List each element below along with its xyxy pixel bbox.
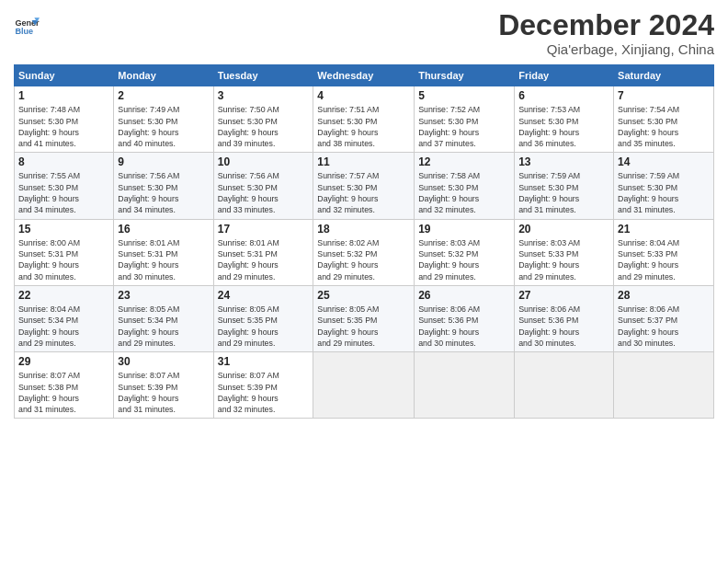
- day-info: Sunrise: 8:05 AM Sunset: 5:34 PM Dayligh…: [118, 304, 209, 349]
- table-cell: 11Sunrise: 7:57 AM Sunset: 5:30 PM Dayli…: [313, 153, 415, 219]
- day-info: Sunrise: 7:55 AM Sunset: 5:30 PM Dayligh…: [18, 170, 109, 215]
- table-cell: 31Sunrise: 8:07 AM Sunset: 5:39 PM Dayli…: [213, 352, 313, 419]
- day-number: 28: [618, 289, 710, 302]
- day-info: Sunrise: 8:03 AM Sunset: 5:33 PM Dayligh…: [518, 237, 609, 282]
- table-cell: 19Sunrise: 8:03 AM Sunset: 5:32 PM Dayli…: [415, 219, 515, 285]
- day-info: Sunrise: 8:06 AM Sunset: 5:36 PM Dayligh…: [418, 304, 510, 349]
- day-number: 9: [118, 155, 209, 168]
- day-info: Sunrise: 8:06 AM Sunset: 5:36 PM Dayligh…: [518, 304, 609, 349]
- logo-icon: General Blue: [14, 14, 40, 40]
- table-cell: [415, 352, 515, 419]
- table-cell: 20Sunrise: 8:03 AM Sunset: 5:33 PM Dayli…: [515, 219, 614, 285]
- table-cell: 14Sunrise: 7:59 AM Sunset: 5:30 PM Dayli…: [614, 153, 714, 219]
- day-info: Sunrise: 7:59 AM Sunset: 5:30 PM Dayligh…: [518, 170, 609, 215]
- table-cell: 6Sunrise: 7:53 AM Sunset: 5:30 PM Daylig…: [515, 86, 614, 153]
- col-wednesday: Wednesday: [313, 65, 415, 86]
- table-cell: 22Sunrise: 8:04 AM Sunset: 5:34 PM Dayli…: [15, 285, 114, 351]
- col-monday: Monday: [114, 65, 213, 86]
- table-cell: 27Sunrise: 8:06 AM Sunset: 5:36 PM Dayli…: [515, 285, 614, 351]
- table-cell: 8Sunrise: 7:55 AM Sunset: 5:30 PM Daylig…: [15, 153, 114, 219]
- day-number: 29: [18, 355, 109, 368]
- col-friday: Friday: [515, 65, 614, 86]
- day-number: 8: [18, 155, 109, 168]
- table-cell: [614, 352, 714, 419]
- col-tuesday: Tuesday: [213, 65, 313, 86]
- table-cell: 23Sunrise: 8:05 AM Sunset: 5:34 PM Dayli…: [114, 285, 213, 351]
- day-info: Sunrise: 8:05 AM Sunset: 5:35 PM Dayligh…: [317, 304, 410, 349]
- table-cell: 24Sunrise: 8:05 AM Sunset: 5:35 PM Dayli…: [213, 285, 313, 351]
- svg-text:Blue: Blue: [15, 27, 33, 36]
- day-number: 31: [218, 355, 310, 368]
- day-number: 2: [118, 89, 209, 102]
- table-cell: 10Sunrise: 7:56 AM Sunset: 5:30 PM Dayli…: [213, 153, 313, 219]
- day-number: 11: [317, 155, 410, 168]
- day-info: Sunrise: 8:02 AM Sunset: 5:32 PM Dayligh…: [317, 237, 410, 282]
- day-info: Sunrise: 7:51 AM Sunset: 5:30 PM Dayligh…: [317, 104, 410, 149]
- day-number: 4: [317, 89, 410, 102]
- table-cell: 30Sunrise: 8:07 AM Sunset: 5:39 PM Dayli…: [114, 352, 213, 419]
- table-cell: 25Sunrise: 8:05 AM Sunset: 5:35 PM Dayli…: [313, 285, 415, 351]
- table-cell: 12Sunrise: 7:58 AM Sunset: 5:30 PM Dayli…: [415, 153, 515, 219]
- table-cell: 7Sunrise: 7:54 AM Sunset: 5:30 PM Daylig…: [614, 86, 714, 153]
- day-number: 7: [618, 89, 710, 102]
- day-info: Sunrise: 7:56 AM Sunset: 5:30 PM Dayligh…: [218, 170, 310, 215]
- col-thursday: Thursday: [415, 65, 515, 86]
- day-info: Sunrise: 7:49 AM Sunset: 5:30 PM Dayligh…: [118, 104, 209, 149]
- day-number: 30: [118, 355, 209, 368]
- day-info: Sunrise: 7:56 AM Sunset: 5:30 PM Dayligh…: [118, 170, 209, 215]
- day-number: 19: [418, 223, 510, 236]
- table-cell: 1Sunrise: 7:48 AM Sunset: 5:30 PM Daylig…: [15, 86, 114, 153]
- day-number: 21: [618, 223, 710, 236]
- table-cell: 5Sunrise: 7:52 AM Sunset: 5:30 PM Daylig…: [415, 86, 515, 153]
- calendar-header-row: Sunday Monday Tuesday Wednesday Thursday…: [15, 65, 714, 86]
- day-info: Sunrise: 7:50 AM Sunset: 5:30 PM Dayligh…: [218, 104, 310, 149]
- table-cell: [313, 352, 415, 419]
- day-info: Sunrise: 8:07 AM Sunset: 5:39 PM Dayligh…: [218, 370, 310, 415]
- table-cell: 29Sunrise: 8:07 AM Sunset: 5:38 PM Dayli…: [15, 352, 114, 419]
- week-row-3: 15Sunrise: 8:00 AM Sunset: 5:31 PM Dayli…: [15, 219, 714, 285]
- day-info: Sunrise: 8:06 AM Sunset: 5:37 PM Dayligh…: [618, 304, 710, 349]
- day-number: 14: [618, 155, 710, 168]
- table-cell: 15Sunrise: 8:00 AM Sunset: 5:31 PM Dayli…: [15, 219, 114, 285]
- day-info: Sunrise: 8:05 AM Sunset: 5:35 PM Dayligh…: [218, 304, 310, 349]
- header: General Blue December 2024 Qia'erbage, X…: [14, 9, 714, 57]
- day-number: 6: [518, 89, 609, 102]
- col-saturday: Saturday: [614, 65, 714, 86]
- title-block: December 2024 Qia'erbage, Xinjiang, Chin…: [498, 9, 714, 57]
- day-info: Sunrise: 7:48 AM Sunset: 5:30 PM Dayligh…: [18, 104, 109, 149]
- day-number: 25: [317, 289, 410, 302]
- day-info: Sunrise: 7:52 AM Sunset: 5:30 PM Dayligh…: [418, 104, 510, 149]
- day-number: 1: [18, 89, 109, 102]
- day-number: 22: [18, 289, 109, 302]
- day-info: Sunrise: 8:00 AM Sunset: 5:31 PM Dayligh…: [18, 237, 109, 282]
- col-sunday: Sunday: [15, 65, 114, 86]
- page: General Blue December 2024 Qia'erbage, X…: [0, 0, 728, 563]
- table-cell: 16Sunrise: 8:01 AM Sunset: 5:31 PM Dayli…: [114, 219, 213, 285]
- day-number: 24: [218, 289, 310, 302]
- day-number: 16: [118, 223, 209, 236]
- subtitle: Qia'erbage, Xinjiang, China: [498, 41, 714, 57]
- week-row-1: 1Sunrise: 7:48 AM Sunset: 5:30 PM Daylig…: [15, 86, 714, 153]
- day-info: Sunrise: 7:54 AM Sunset: 5:30 PM Dayligh…: [618, 104, 710, 149]
- day-info: Sunrise: 8:03 AM Sunset: 5:32 PM Dayligh…: [418, 237, 510, 282]
- calendar-table: Sunday Monday Tuesday Wednesday Thursday…: [14, 64, 714, 419]
- table-cell: 2Sunrise: 7:49 AM Sunset: 5:30 PM Daylig…: [114, 86, 213, 153]
- day-number: 3: [218, 89, 310, 102]
- week-row-2: 8Sunrise: 7:55 AM Sunset: 5:30 PM Daylig…: [15, 153, 714, 219]
- table-cell: 26Sunrise: 8:06 AM Sunset: 5:36 PM Dayli…: [415, 285, 515, 351]
- table-cell: 17Sunrise: 8:01 AM Sunset: 5:31 PM Dayli…: [213, 219, 313, 285]
- main-title: December 2024: [498, 9, 714, 41]
- day-info: Sunrise: 8:04 AM Sunset: 5:33 PM Dayligh…: [618, 237, 710, 282]
- table-cell: 13Sunrise: 7:59 AM Sunset: 5:30 PM Dayli…: [515, 153, 614, 219]
- day-number: 18: [317, 223, 410, 236]
- day-number: 13: [518, 155, 609, 168]
- table-cell: 18Sunrise: 8:02 AM Sunset: 5:32 PM Dayli…: [313, 219, 415, 285]
- table-cell: 9Sunrise: 7:56 AM Sunset: 5:30 PM Daylig…: [114, 153, 213, 219]
- day-info: Sunrise: 7:53 AM Sunset: 5:30 PM Dayligh…: [518, 104, 609, 149]
- day-number: 15: [18, 223, 109, 236]
- table-cell: [515, 352, 614, 419]
- day-number: 27: [518, 289, 609, 302]
- day-info: Sunrise: 7:58 AM Sunset: 5:30 PM Dayligh…: [418, 170, 510, 215]
- day-number: 12: [418, 155, 510, 168]
- day-info: Sunrise: 7:59 AM Sunset: 5:30 PM Dayligh…: [618, 170, 710, 215]
